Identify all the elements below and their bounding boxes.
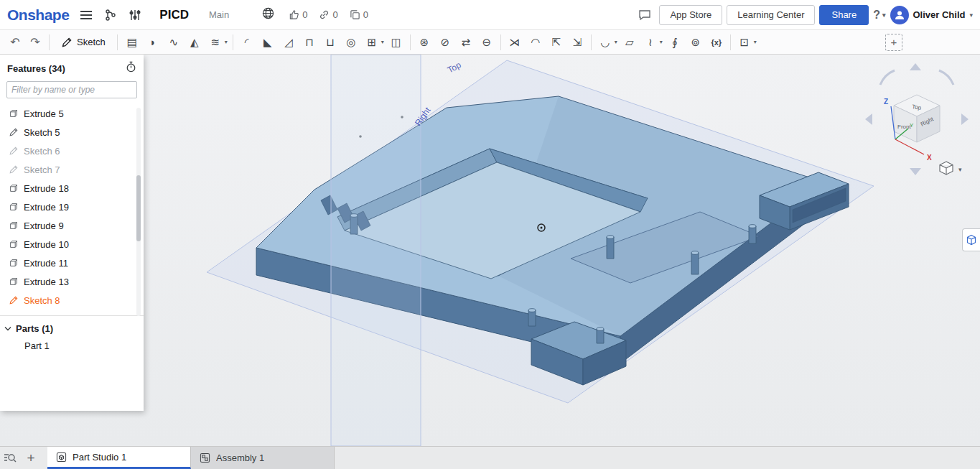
add-tab-button[interactable]: + (20, 450, 42, 466)
right-panel-flyout-button[interactable] (962, 228, 980, 251)
feature-list-scrollbar-thumb[interactable] (136, 175, 141, 241)
view-cube: Top Front Right Z Y X ▾ (865, 63, 969, 175)
feature-item[interactable]: Extrude 19 (0, 198, 144, 216)
parts-section-header[interactable]: Parts (1) (0, 319, 144, 338)
tool-featurescript[interactable]: ⊡▾ (734, 33, 758, 52)
feature-item[interactable]: Extrude 18 (0, 179, 144, 198)
right-plane[interactable] (331, 55, 421, 446)
tool-boolean[interactable]: ⊛ (414, 33, 434, 52)
view-rotate-left-arrow[interactable] (865, 113, 872, 125)
feature-item[interactable]: Extrude 9 (0, 216, 144, 235)
app-store-button[interactable]: App Store (659, 5, 722, 25)
feature-item[interactable]: Extrude 10 (0, 235, 144, 254)
tool-draft[interactable]: ◿ (279, 33, 299, 52)
share-button[interactable]: Share (819, 5, 869, 25)
feature-item[interactable]: Sketch 8 (0, 291, 144, 310)
feature-list: Extrude 5Sketch 5Sketch 6Sketch 7Extrude… (0, 104, 144, 314)
document-properties-button[interactable] (125, 5, 145, 25)
feature-item[interactable]: Extrude 5 (0, 104, 144, 123)
part-item-label: Part 1 (24, 340, 50, 351)
view-roll-left-arrow[interactable] (880, 70, 895, 85)
user-menu[interactable]: Oliver Child ▾ (890, 6, 974, 24)
feature-filter-input[interactable] (6, 81, 137, 98)
links-count[interactable]: 0 (319, 9, 337, 20)
modify-fillet-icon: ◠ (527, 36, 544, 49)
tab-part-studio-1[interactable]: Part Studio 1 (47, 447, 191, 469)
view-roll-right-arrow[interactable] (939, 70, 953, 85)
regeneration-timer-icon[interactable] (126, 61, 136, 75)
tool-composite-curve[interactable]: ≀▾ (640, 33, 664, 52)
public-globe-icon[interactable] (262, 7, 274, 22)
learning-center-button[interactable]: Learning Center (727, 5, 815, 25)
tool-extrude[interactable]: ▤ (122, 33, 142, 52)
feature-item-label: Extrude 10 (24, 239, 69, 250)
split-icon: ⊘ (437, 36, 454, 49)
copies-count[interactable]: 0 (350, 9, 368, 20)
document-title: PICD (159, 8, 189, 22)
versions-tree-icon (105, 9, 116, 21)
chevron-down-icon: ▾ (225, 39, 228, 45)
feature-item-label: Extrude 11 (24, 258, 68, 269)
sketch-button[interactable]: Sketch (54, 32, 113, 52)
document-stats: 0 0 0 (289, 9, 368, 20)
tool-rib[interactable]: ⊓ (299, 33, 319, 52)
tool-mirror[interactable]: ◫ (386, 33, 406, 52)
cube-icon (940, 162, 953, 175)
tool-offset-surface[interactable]: ◡▾ (595, 33, 619, 52)
tool-split[interactable]: ⊘ (435, 33, 455, 52)
tool-fillet[interactable]: ◜ (237, 33, 257, 52)
tool-variable[interactable]: {x} (706, 33, 727, 52)
part-item[interactable]: Part 1 (0, 338, 144, 353)
tool-replace-face[interactable]: ⇲ (567, 33, 587, 52)
workspace-branch[interactable]: Main (209, 9, 229, 20)
tab-assembly-1[interactable]: Assembly 1 (191, 447, 335, 469)
z-axis-label: Z (884, 98, 888, 106)
sketch-label: Sketch (77, 37, 106, 47)
tool-project-curve[interactable]: ⊚ (686, 33, 706, 52)
tab-manager-button[interactable] (0, 448, 20, 468)
tool-trim[interactable]: ⋊ (505, 33, 525, 52)
undo-icon: ↶ (10, 35, 19, 49)
feature-item[interactable]: Sketch 7 (0, 160, 144, 179)
help-menu-button[interactable]: ?▾ (873, 9, 885, 22)
tool-sweep[interactable]: ∿ (164, 33, 184, 52)
tool-modify-fillet[interactable]: ◠ (526, 33, 546, 52)
extrude-feature-icon (9, 202, 19, 212)
feature-item-label: Sketch 5 (24, 127, 60, 138)
versions-history-button[interactable] (101, 5, 121, 25)
graphics-area[interactable]: Top (0, 55, 980, 446)
tool-transform[interactable]: ⇄ (456, 33, 476, 52)
tool-chamfer[interactable]: ◣ (258, 33, 278, 52)
view-rotate-up-arrow[interactable] (910, 63, 921, 70)
tool-delete-part[interactable]: ⊖ (477, 33, 497, 52)
undo-button[interactable]: ↶ (6, 32, 24, 52)
comments-button[interactable] (635, 5, 655, 25)
tool-loft[interactable]: ◭ (185, 33, 205, 52)
tool-revolve[interactable]: ◗ (143, 33, 163, 52)
shell-icon: ⊔ (322, 36, 339, 49)
tool-plane[interactable]: ▱ (620, 33, 640, 52)
redo-button[interactable]: ↷ (26, 32, 45, 52)
parts-title: Parts (1) (16, 323, 53, 334)
onshape-logo[interactable]: Onshape (7, 6, 69, 24)
view-rotate-right-arrow[interactable] (961, 113, 969, 125)
view-mode-button[interactable]: ▾ (940, 162, 962, 175)
tool-move-face[interactable]: ⇱ (546, 33, 566, 52)
search-tabs-icon (4, 452, 17, 464)
feature-item[interactable]: Extrude 13 (0, 272, 144, 291)
tool-helix[interactable]: ∮ (665, 33, 685, 52)
hole-icon: ◎ (342, 36, 360, 49)
main-menu-button[interactable] (76, 5, 96, 25)
feature-item[interactable]: Sketch 6 (0, 141, 144, 160)
insert-custom-feature-button[interactable]: + (885, 34, 902, 51)
tool-thicken[interactable]: ≋▾ (205, 33, 229, 52)
tool-shell[interactable]: ⊔ (320, 33, 340, 52)
feature-item[interactable]: Sketch 5 (0, 123, 144, 141)
tool-linear-pattern[interactable]: ⊞▾ (362, 33, 386, 52)
view-rotate-down-arrow[interactable] (910, 168, 921, 175)
chat-bubble-icon (638, 9, 651, 21)
feature-item[interactable]: Extrude 11 (0, 254, 144, 272)
likes-count[interactable]: 0 (289, 9, 307, 20)
feature-item-clipped[interactable] (0, 310, 144, 314)
tool-hole[interactable]: ◎ (341, 33, 361, 52)
